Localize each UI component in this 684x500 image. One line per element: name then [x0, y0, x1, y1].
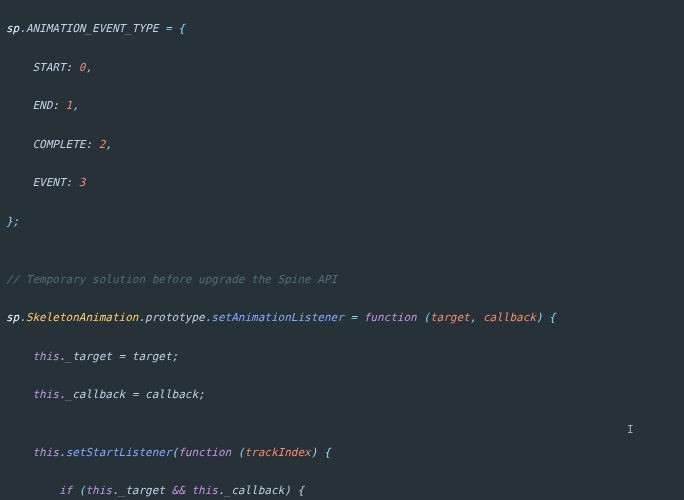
code-editor[interactable]: sp.ANIMATION_EVENT_TYPE = { START: 0, EN… — [0, 0, 684, 500]
code-line[interactable]: this._target = target; — [6, 347, 678, 366]
code-line[interactable]: if (this._target && this._callback) { — [6, 481, 678, 500]
code-line[interactable]: EVENT: 3 — [6, 173, 678, 192]
code-line[interactable]: COMPLETE: 2, — [6, 135, 678, 154]
code-line[interactable]: sp.SkeletonAnimation.prototype.setAnimat… — [6, 308, 678, 327]
code-line[interactable]: this.setStartListener(function (trackInd… — [6, 443, 678, 462]
code-line[interactable]: this._callback = callback; — [6, 385, 678, 404]
code-line[interactable]: }; — [6, 212, 678, 231]
text-cursor-icon: I — [627, 420, 634, 439]
code-line[interactable]: sp.ANIMATION_EVENT_TYPE = { — [6, 19, 678, 38]
code-line[interactable]: END: 1, — [6, 96, 678, 115]
code-line[interactable]: START: 0, — [6, 58, 678, 77]
code-line[interactable]: // Temporary solution before upgrade the… — [6, 270, 678, 289]
